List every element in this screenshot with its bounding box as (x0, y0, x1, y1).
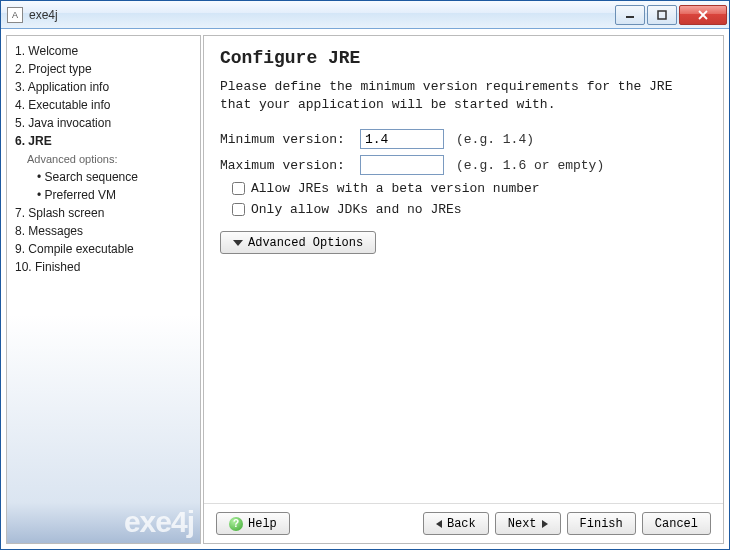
min-version-input[interactable] (360, 129, 444, 149)
close-icon (697, 10, 709, 20)
advanced-option-item[interactable]: • Search sequence (11, 168, 196, 186)
advanced-option-item[interactable]: • Preferred VM (11, 186, 196, 204)
maximize-button[interactable] (647, 5, 677, 25)
help-button[interactable]: ? Help (216, 512, 290, 535)
min-version-hint: (e.g. 1.4) (456, 132, 534, 147)
app-window: A exe4j 1. Welcome2. Project type3. Appl… (0, 0, 730, 550)
window-controls (615, 5, 727, 25)
minimize-button[interactable] (615, 5, 645, 25)
help-button-label: Help (248, 517, 277, 531)
allow-beta-row: Allow JREs with a beta version number (220, 181, 707, 196)
next-button[interactable]: Next (495, 512, 561, 535)
titlebar: A exe4j (1, 1, 729, 29)
only-jdk-label: Only allow JDKs and no JREs (251, 202, 462, 217)
wizard-step[interactable]: 6. JRE (11, 132, 196, 150)
back-button-label: Back (447, 517, 476, 531)
brand-watermark: exe4j (124, 505, 194, 539)
page-description: Please define the minimum version requir… (220, 78, 707, 113)
wizard-step[interactable]: 7. Splash screen (11, 204, 196, 222)
allow-beta-checkbox[interactable] (232, 182, 245, 195)
max-version-input[interactable] (360, 155, 444, 175)
help-icon: ? (229, 517, 243, 531)
back-arrow-icon (436, 520, 442, 528)
page-title: Configure JRE (220, 48, 707, 68)
back-button[interactable]: Back (423, 512, 489, 535)
wizard-step[interactable]: 10. Finished (11, 258, 196, 276)
max-version-row: Maximum version: (e.g. 1.6 or empty) (220, 155, 707, 175)
cancel-button[interactable]: Cancel (642, 512, 711, 535)
advanced-options-button[interactable]: Advanced Options (220, 231, 376, 254)
main-panel: Configure JRE Please define the minimum … (203, 35, 724, 544)
minimize-icon (625, 10, 635, 20)
main-body: Configure JRE Please define the minimum … (204, 36, 723, 503)
footer: ? Help Back Next Finish Cancel (204, 503, 723, 543)
wizard-step[interactable]: 2. Project type (11, 60, 196, 78)
finish-button-label: Finish (580, 517, 623, 531)
close-button[interactable] (679, 5, 727, 25)
svg-rect-1 (658, 11, 666, 19)
advanced-options-label: Advanced options: (11, 150, 196, 168)
wizard-step[interactable]: 8. Messages (11, 222, 196, 240)
advanced-options-wrap: Advanced Options (220, 231, 707, 254)
chevron-down-icon (233, 240, 243, 246)
min-version-row: Minimum version: (e.g. 1.4) (220, 129, 707, 149)
allow-beta-label: Allow JREs with a beta version number (251, 181, 540, 196)
wizard-step[interactable]: 5. Java invocation (11, 114, 196, 132)
max-version-label: Maximum version: (220, 158, 360, 173)
next-arrow-icon (542, 520, 548, 528)
only-jdk-row: Only allow JDKs and no JREs (220, 202, 707, 217)
app-icon: A (7, 7, 23, 23)
wizard-step[interactable]: 3. Application info (11, 78, 196, 96)
wizard-step[interactable]: 9. Compile executable (11, 240, 196, 258)
min-version-label: Minimum version: (220, 132, 360, 147)
advanced-options-button-label: Advanced Options (248, 236, 363, 250)
finish-button[interactable]: Finish (567, 512, 636, 535)
window-title: exe4j (29, 8, 615, 22)
wizard-step[interactable]: 1. Welcome (11, 42, 196, 60)
only-jdk-checkbox[interactable] (232, 203, 245, 216)
max-version-hint: (e.g. 1.6 or empty) (456, 158, 604, 173)
cancel-button-label: Cancel (655, 517, 698, 531)
content-area: 1. Welcome2. Project type3. Application … (1, 29, 729, 549)
sidebar: 1. Welcome2. Project type3. Application … (6, 35, 201, 544)
maximize-icon (657, 10, 667, 20)
wizard-step[interactable]: 4. Executable info (11, 96, 196, 114)
next-button-label: Next (508, 517, 537, 531)
